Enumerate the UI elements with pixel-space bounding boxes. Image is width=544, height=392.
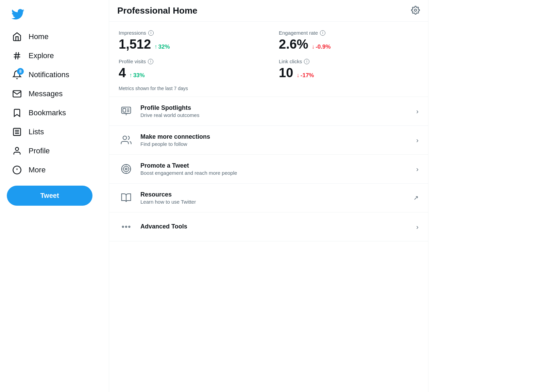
advanced-tools-title: Advanced Tools bbox=[140, 223, 412, 230]
feature-resources[interactable]: Resources Learn how to use Twitter ↗ bbox=[109, 184, 428, 212]
bell-icon: 8 bbox=[12, 70, 22, 80]
spotlight-icon bbox=[119, 104, 134, 119]
explore-label: Explore bbox=[29, 51, 54, 60]
sidebar-item-home[interactable]: Home bbox=[7, 28, 102, 46]
svg-line-2 bbox=[15, 52, 16, 59]
feature-profile-spotlights[interactable]: Profile Spotlights Drive real world outc… bbox=[109, 97, 428, 126]
twitter-logo[interactable] bbox=[7, 4, 102, 28]
profile-spotlights-title: Profile Spotlights bbox=[140, 104, 412, 112]
promote-title: Promote a Tweet bbox=[140, 162, 412, 169]
connections-icon bbox=[119, 133, 134, 148]
svg-point-22 bbox=[123, 166, 129, 172]
main-content: Professional Home Impressions i 1,512 ↑ … bbox=[109, 0, 428, 392]
advanced-tools-icon bbox=[119, 219, 134, 234]
link-clicks-value: 10 bbox=[279, 66, 293, 80]
svg-point-21 bbox=[122, 165, 131, 174]
engagement-value-row: 2.6% ↓ -0.9% bbox=[279, 37, 419, 52]
link-clicks-info-icon[interactable]: i bbox=[304, 59, 309, 64]
impressions-label: Impressions i bbox=[119, 30, 258, 36]
feature-advanced-tools[interactable]: Advanced Tools › bbox=[109, 212, 428, 241]
connections-subtitle: Find people to follow bbox=[140, 141, 412, 147]
lists-icon bbox=[12, 127, 22, 137]
sidebar-item-lists[interactable]: Lists bbox=[7, 123, 102, 141]
svg-point-8 bbox=[15, 148, 18, 151]
nav-menu: Home Explore 8 Not bbox=[7, 28, 102, 179]
resources-subtitle: Learn how to use Twitter bbox=[140, 199, 409, 205]
metric-link-clicks: Link clicks i 10 ↓ -17% bbox=[279, 58, 419, 80]
profile-visits-value: 4 bbox=[119, 66, 126, 80]
hashtag-icon bbox=[12, 51, 22, 61]
lists-label: Lists bbox=[29, 127, 44, 136]
promote-arrow: › bbox=[416, 165, 419, 173]
engagement-info-icon[interactable]: i bbox=[320, 30, 325, 36]
engagement-value: 2.6% bbox=[279, 37, 308, 52]
settings-gear-icon[interactable] bbox=[411, 6, 420, 16]
profile-spotlights-arrow: › bbox=[416, 107, 419, 115]
advanced-tools-text: Advanced Tools bbox=[140, 223, 412, 231]
svg-point-12 bbox=[414, 9, 417, 11]
sidebar-item-messages[interactable]: Messages bbox=[7, 85, 102, 103]
right-panel bbox=[428, 0, 544, 392]
more-icon bbox=[12, 165, 22, 175]
sidebar: Home Explore 8 Not bbox=[0, 0, 109, 392]
bookmarks-label: Bookmarks bbox=[29, 108, 66, 117]
connections-arrow: › bbox=[416, 136, 419, 144]
svg-point-20 bbox=[123, 136, 127, 140]
mail-icon bbox=[12, 89, 22, 99]
link-clicks-label: Link clicks i bbox=[279, 58, 419, 64]
advanced-tools-arrow: › bbox=[416, 223, 419, 231]
svg-point-28 bbox=[122, 226, 124, 227]
page-title: Professional Home bbox=[117, 5, 198, 16]
metric-profile-visits: Profile visits i 4 ↑ 33% bbox=[119, 58, 258, 80]
home-icon bbox=[12, 32, 22, 41]
profile-icon bbox=[12, 146, 22, 156]
impressions-change: ↑ 32% bbox=[154, 44, 170, 50]
metric-impressions: Impressions i 1,512 ↑ 32% bbox=[119, 30, 258, 52]
link-clicks-value-row: 10 ↓ -17% bbox=[279, 66, 419, 80]
sidebar-item-notifications[interactable]: 8 Notifications bbox=[7, 66, 102, 84]
metrics-footer: Metrics shown for the last 7 days bbox=[119, 86, 419, 91]
svg-rect-14 bbox=[123, 108, 126, 112]
metrics-grid: Impressions i 1,512 ↑ 32% Engagement rat… bbox=[119, 30, 419, 80]
impressions-info-icon[interactable]: i bbox=[148, 30, 154, 36]
profile-visits-label: Profile visits i bbox=[119, 58, 258, 64]
sidebar-item-explore[interactable]: Explore bbox=[7, 47, 102, 65]
sidebar-item-profile[interactable]: Profile bbox=[7, 142, 102, 160]
profile-visits-info-icon[interactable]: i bbox=[148, 59, 153, 64]
tweet-button[interactable]: Tweet bbox=[7, 186, 92, 206]
features-section: Profile Spotlights Drive real world outc… bbox=[109, 97, 428, 241]
svg-point-30 bbox=[129, 226, 130, 227]
engagement-change: ↓ -0.9% bbox=[312, 44, 331, 50]
promote-text: Promote a Tweet Boost engagement and rea… bbox=[140, 162, 412, 176]
svg-point-23 bbox=[125, 168, 127, 170]
promote-subtitle: Boost engagement and reach more people bbox=[140, 170, 412, 176]
profile-label: Profile bbox=[29, 147, 50, 155]
profile-spotlights-text: Profile Spotlights Drive real world outc… bbox=[140, 104, 412, 118]
link-clicks-change: ↓ -17% bbox=[296, 72, 314, 79]
main-header: Professional Home bbox=[109, 0, 428, 22]
sidebar-item-more[interactable]: More bbox=[7, 161, 102, 179]
notification-count: 8 bbox=[17, 68, 24, 75]
promote-icon bbox=[119, 161, 134, 176]
more-label: More bbox=[29, 166, 46, 174]
metric-engagement: Engagement rate i 2.6% ↓ -0.9% bbox=[279, 30, 419, 52]
profile-visits-value-row: 4 ↑ 33% bbox=[119, 66, 258, 80]
svg-point-29 bbox=[125, 226, 127, 227]
feature-connections[interactable]: Make more connections Find people to fol… bbox=[109, 126, 428, 155]
resources-title: Resources bbox=[140, 191, 409, 198]
impressions-value: 1,512 bbox=[119, 37, 151, 52]
home-label: Home bbox=[29, 32, 49, 41]
connections-title: Make more connections bbox=[140, 133, 412, 140]
sidebar-item-bookmarks[interactable]: Bookmarks bbox=[7, 104, 102, 122]
svg-line-3 bbox=[18, 52, 18, 59]
notifications-label: Notifications bbox=[29, 70, 69, 79]
bookmark-icon bbox=[12, 108, 22, 118]
resources-icon bbox=[119, 190, 134, 205]
feature-promote[interactable]: Promote a Tweet Boost engagement and rea… bbox=[109, 155, 428, 184]
connections-text: Make more connections Find people to fol… bbox=[140, 133, 412, 147]
engagement-label: Engagement rate i bbox=[279, 30, 419, 36]
resources-text: Resources Learn how to use Twitter bbox=[140, 191, 409, 205]
profile-spotlights-subtitle: Drive real world outcomes bbox=[140, 112, 412, 118]
metrics-section: Impressions i 1,512 ↑ 32% Engagement rat… bbox=[109, 22, 428, 97]
messages-label: Messages bbox=[29, 89, 63, 98]
